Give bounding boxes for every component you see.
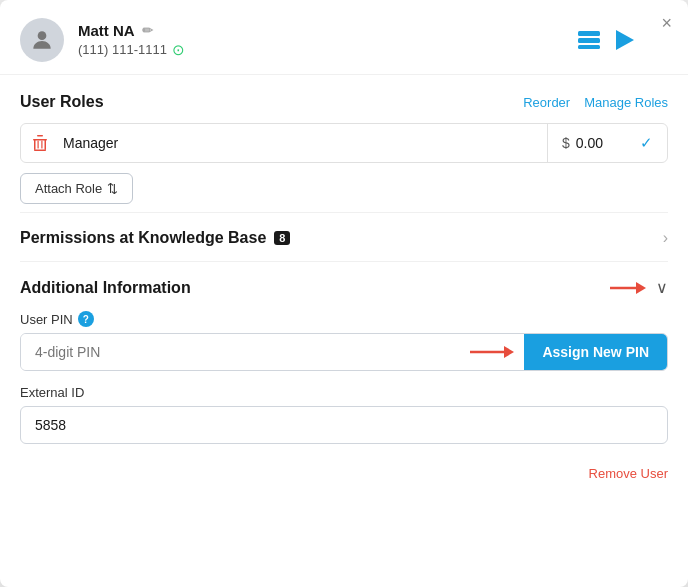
svg-rect-9 (34, 150, 46, 152)
modal-body: User Roles Reorder Manage Roles (0, 75, 688, 454)
user-roles-section: User Roles Reorder Manage Roles (20, 75, 668, 213)
user-pin-label: User PIN (20, 312, 73, 327)
close-button[interactable]: × (661, 14, 672, 32)
permissions-section[interactable]: Permissions at Knowledge Base 8 › (20, 213, 668, 262)
role-amount-symbol: $ (562, 135, 570, 151)
role-delete-button[interactable] (21, 125, 59, 161)
user-info-section: Matt NA ✏ (111) 111-1111 ⊙ (20, 18, 185, 62)
verified-icon: ⊙ (172, 41, 185, 59)
svg-rect-3 (578, 45, 600, 49)
user-modal: × Matt NA ✏ (111) 111-1111 ⊙ (0, 0, 688, 587)
permissions-title: Permissions at Knowledge Base 8 (20, 229, 290, 247)
roles-title: User Roles (20, 93, 104, 111)
additional-info-section: Additional Information ∨ User PIN ? (20, 262, 668, 454)
permissions-title-text: Permissions at Knowledge Base (20, 229, 266, 247)
role-name: Manager (59, 125, 547, 161)
arrow-right-icon (610, 280, 646, 296)
permissions-badge: 8 (274, 231, 290, 245)
edit-icon[interactable]: ✏ (142, 23, 153, 38)
avatar (20, 18, 64, 62)
role-row: Manager $ 0.00 ✓ (20, 123, 668, 163)
pin-row: Assign New PIN (20, 333, 668, 371)
svg-marker-13 (636, 282, 646, 294)
attach-role-label: Attach Role (35, 181, 102, 196)
header-icons (574, 28, 638, 52)
additional-info-header: Additional Information ∨ (20, 278, 668, 297)
user-pin-label-row: User PIN ? (20, 311, 668, 327)
phone-number: (111) 111-1111 (78, 42, 167, 57)
external-id-label: External ID (20, 385, 668, 400)
pin-help-icon[interactable]: ? (78, 311, 94, 327)
reorder-button[interactable]: Reorder (523, 95, 570, 110)
role-check-icon: ✓ (640, 134, 653, 152)
roles-section-header: User Roles Reorder Manage Roles (20, 93, 668, 111)
pin-arrow-icon (460, 334, 524, 370)
svg-rect-7 (34, 139, 36, 150)
chevron-right-icon: › (663, 229, 668, 247)
stack-button[interactable] (574, 29, 604, 51)
svg-rect-2 (578, 38, 600, 43)
roles-actions: Reorder Manage Roles (523, 95, 668, 110)
external-id-input[interactable] (20, 406, 668, 444)
attach-role-button[interactable]: Attach Role ⇅ (20, 173, 133, 204)
user-name-row: Matt NA ✏ (78, 22, 185, 39)
svg-rect-6 (37, 135, 43, 137)
additional-info-title: Additional Information (20, 279, 191, 297)
modal-header: Matt NA ✏ (111) 111-1111 ⊙ (0, 0, 688, 75)
remove-user-button[interactable]: Remove User (589, 466, 668, 481)
attach-role-arrow-icon: ⇅ (107, 181, 118, 196)
role-amount: $ 0.00 ✓ (547, 124, 667, 162)
modal-footer: Remove User (0, 454, 688, 495)
svg-marker-15 (504, 346, 514, 358)
svg-marker-4 (616, 30, 634, 50)
chevron-down-icon[interactable]: ∨ (656, 278, 668, 297)
play-button[interactable] (612, 28, 638, 52)
user-details: Matt NA ✏ (111) 111-1111 ⊙ (78, 22, 185, 59)
pin-input[interactable] (21, 334, 460, 370)
assign-pin-button[interactable]: Assign New PIN (524, 334, 667, 370)
svg-rect-11 (41, 141, 42, 149)
user-name-text: Matt NA (78, 22, 135, 39)
additional-info-actions: ∨ (610, 278, 668, 297)
svg-point-0 (38, 31, 47, 40)
role-amount-value: 0.00 (576, 135, 634, 151)
svg-rect-10 (38, 141, 39, 149)
user-phone-row: (111) 111-1111 ⊙ (78, 41, 185, 59)
manage-roles-button[interactable]: Manage Roles (584, 95, 668, 110)
svg-rect-1 (578, 31, 600, 36)
svg-rect-8 (45, 139, 47, 150)
